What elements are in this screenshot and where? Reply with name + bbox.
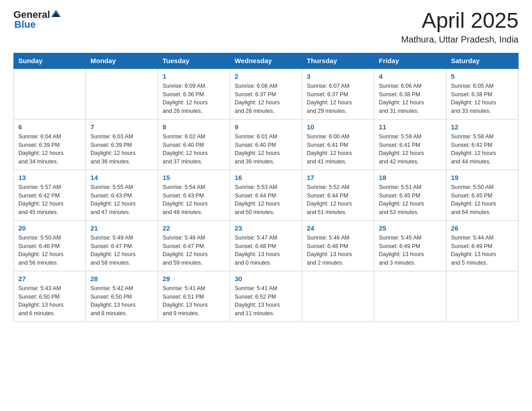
day-info: Sunrise: 5:48 AMSunset: 6:47 PMDaylight:… — [163, 234, 225, 267]
calendar-cell: 12Sunrise: 5:58 AMSunset: 6:42 PMDayligh… — [446, 119, 519, 170]
day-info: Sunrise: 6:09 AMSunset: 6:36 PMDaylight:… — [163, 82, 225, 116]
day-number: 29 — [163, 275, 225, 283]
day-info: Sunrise: 5:49 AMSunset: 6:47 PMDaylight:… — [90, 234, 153, 267]
calendar-cell: 4Sunrise: 6:06 AMSunset: 6:38 PMDaylight… — [374, 68, 446, 120]
calendar-cell: 20Sunrise: 5:50 AMSunset: 6:46 PMDayligh… — [14, 220, 86, 271]
calendar-cell — [14, 68, 86, 120]
title-block: April 2025 Mathura, Uttar Pradesh, India — [401, 9, 519, 45]
logo-blue-text: Blue — [14, 19, 36, 30]
day-info: Sunrise: 5:50 AMSunset: 6:46 PMDaylight:… — [18, 234, 81, 267]
day-info: Sunrise: 5:51 AMSunset: 6:45 PMDaylight:… — [379, 183, 442, 217]
weekday-header-saturday: Saturday — [446, 53, 519, 68]
day-info: Sunrise: 5:47 AMSunset: 6:48 PMDaylight:… — [235, 234, 297, 267]
day-number: 17 — [307, 174, 369, 181]
day-number: 16 — [235, 174, 297, 181]
calendar-week-row: 27Sunrise: 5:43 AMSunset: 6:50 PMDayligh… — [14, 271, 519, 321]
day-number: 26 — [451, 224, 514, 232]
calendar-week-row: 6Sunrise: 6:04 AMSunset: 6:39 PMDaylight… — [14, 119, 519, 170]
calendar-cell: 21Sunrise: 5:49 AMSunset: 6:47 PMDayligh… — [86, 220, 158, 271]
day-info: Sunrise: 5:55 AMSunset: 6:43 PMDaylight:… — [90, 183, 153, 217]
day-number: 18 — [379, 174, 442, 181]
day-info: Sunrise: 5:44 AMSunset: 6:49 PMDaylight:… — [451, 234, 514, 267]
calendar-cell: 22Sunrise: 5:48 AMSunset: 6:47 PMDayligh… — [158, 220, 230, 271]
calendar-cell: 23Sunrise: 5:47 AMSunset: 6:48 PMDayligh… — [230, 220, 302, 271]
day-info: Sunrise: 5:46 AMSunset: 6:48 PMDaylight:… — [307, 234, 369, 267]
logo-icon — [51, 9, 61, 19]
calendar-cell: 1Sunrise: 6:09 AMSunset: 6:36 PMDaylight… — [158, 68, 230, 120]
calendar-week-row: 13Sunrise: 5:57 AMSunset: 6:42 PMDayligh… — [14, 170, 519, 220]
calendar-cell: 11Sunrise: 5:59 AMSunset: 6:41 PMDayligh… — [374, 119, 446, 170]
day-number: 2 — [235, 73, 297, 80]
weekday-header-sunday: Sunday — [14, 53, 86, 68]
day-number: 25 — [379, 224, 442, 232]
calendar-cell: 24Sunrise: 5:46 AMSunset: 6:48 PMDayligh… — [302, 220, 374, 271]
day-number: 27 — [18, 275, 81, 283]
weekday-header-monday: Monday — [86, 53, 158, 68]
day-info: Sunrise: 5:58 AMSunset: 6:42 PMDaylight:… — [451, 133, 514, 166]
day-number: 8 — [163, 123, 225, 131]
day-info: Sunrise: 5:43 AMSunset: 6:50 PMDaylight:… — [18, 284, 81, 318]
calendar-cell: 2Sunrise: 6:08 AMSunset: 6:37 PMDaylight… — [230, 68, 302, 120]
day-info: Sunrise: 6:00 AMSunset: 6:41 PMDaylight:… — [307, 133, 369, 166]
calendar-cell: 6Sunrise: 6:04 AMSunset: 6:39 PMDaylight… — [14, 119, 86, 170]
calendar-cell — [86, 68, 158, 120]
calendar-cell: 28Sunrise: 5:42 AMSunset: 6:50 PMDayligh… — [86, 271, 158, 321]
day-number: 22 — [163, 224, 225, 232]
location-title: Mathura, Uttar Pradesh, India — [401, 34, 519, 45]
day-number: 7 — [90, 123, 153, 131]
page-header: General Blue April 2025 Mathura, Uttar P… — [13, 9, 519, 45]
calendar-cell: 25Sunrise: 5:45 AMSunset: 6:49 PMDayligh… — [374, 220, 446, 271]
day-info: Sunrise: 6:08 AMSunset: 6:37 PMDaylight:… — [235, 82, 297, 116]
day-info: Sunrise: 6:01 AMSunset: 6:40 PMDaylight:… — [235, 133, 297, 166]
day-number: 9 — [235, 123, 297, 131]
calendar-cell: 18Sunrise: 5:51 AMSunset: 6:45 PMDayligh… — [374, 170, 446, 220]
day-number: 12 — [451, 123, 514, 131]
day-number: 3 — [307, 73, 369, 80]
day-info: Sunrise: 6:03 AMSunset: 6:39 PMDaylight:… — [90, 133, 153, 166]
day-info: Sunrise: 5:54 AMSunset: 6:43 PMDaylight:… — [163, 183, 225, 217]
day-info: Sunrise: 5:53 AMSunset: 6:44 PMDaylight:… — [235, 183, 297, 217]
day-number: 30 — [235, 275, 297, 283]
calendar-cell: 17Sunrise: 5:52 AMSunset: 6:44 PMDayligh… — [302, 170, 374, 220]
calendar-cell: 30Sunrise: 5:41 AMSunset: 6:52 PMDayligh… — [230, 271, 302, 321]
day-number: 10 — [307, 123, 369, 131]
day-number: 15 — [163, 174, 225, 181]
day-number: 5 — [451, 73, 514, 80]
day-info: Sunrise: 6:04 AMSunset: 6:39 PMDaylight:… — [18, 133, 81, 166]
month-title: April 2025 — [401, 9, 519, 33]
day-info: Sunrise: 6:06 AMSunset: 6:38 PMDaylight:… — [379, 82, 442, 116]
day-info: Sunrise: 6:02 AMSunset: 6:40 PMDaylight:… — [163, 133, 225, 166]
day-number: 24 — [307, 224, 369, 232]
calendar-cell: 15Sunrise: 5:54 AMSunset: 6:43 PMDayligh… — [158, 170, 230, 220]
calendar-cell: 5Sunrise: 6:05 AMSunset: 6:38 PMDaylight… — [446, 68, 519, 120]
day-number: 28 — [90, 275, 153, 283]
calendar-cell: 8Sunrise: 6:02 AMSunset: 6:40 PMDaylight… — [158, 119, 230, 170]
day-info: Sunrise: 6:05 AMSunset: 6:38 PMDaylight:… — [451, 82, 514, 116]
calendar-cell: 10Sunrise: 6:00 AMSunset: 6:41 PMDayligh… — [302, 119, 374, 170]
calendar-table: SundayMondayTuesdayWednesdayThursdayFrid… — [13, 53, 519, 322]
weekday-header-wednesday: Wednesday — [230, 53, 302, 68]
day-info: Sunrise: 5:52 AMSunset: 6:44 PMDaylight:… — [307, 183, 369, 217]
day-info: Sunrise: 5:50 AMSunset: 6:45 PMDaylight:… — [451, 183, 514, 217]
day-number: 21 — [90, 224, 153, 232]
weekday-header-tuesday: Tuesday — [158, 53, 230, 68]
calendar-cell: 9Sunrise: 6:01 AMSunset: 6:40 PMDaylight… — [230, 119, 302, 170]
calendar-cell: 3Sunrise: 6:07 AMSunset: 6:37 PMDaylight… — [302, 68, 374, 120]
day-number: 20 — [18, 224, 81, 232]
day-info: Sunrise: 6:07 AMSunset: 6:37 PMDaylight:… — [307, 82, 369, 116]
calendar-cell — [302, 271, 374, 321]
weekday-header-row: SundayMondayTuesdayWednesdayThursdayFrid… — [14, 53, 519, 68]
day-number: 11 — [379, 123, 442, 131]
day-info: Sunrise: 5:45 AMSunset: 6:49 PMDaylight:… — [379, 234, 442, 267]
calendar-week-row: 20Sunrise: 5:50 AMSunset: 6:46 PMDayligh… — [14, 220, 519, 271]
calendar-cell: 27Sunrise: 5:43 AMSunset: 6:50 PMDayligh… — [14, 271, 86, 321]
day-number: 4 — [379, 73, 442, 80]
calendar-cell — [374, 271, 446, 321]
calendar-cell: 19Sunrise: 5:50 AMSunset: 6:45 PMDayligh… — [446, 170, 519, 220]
day-number: 14 — [90, 174, 153, 181]
day-info: Sunrise: 5:42 AMSunset: 6:50 PMDaylight:… — [90, 284, 153, 318]
calendar-cell: 16Sunrise: 5:53 AMSunset: 6:44 PMDayligh… — [230, 170, 302, 220]
day-info: Sunrise: 5:59 AMSunset: 6:41 PMDaylight:… — [379, 133, 442, 166]
calendar-cell: 13Sunrise: 5:57 AMSunset: 6:42 PMDayligh… — [14, 170, 86, 220]
day-info: Sunrise: 5:57 AMSunset: 6:42 PMDaylight:… — [18, 183, 81, 217]
